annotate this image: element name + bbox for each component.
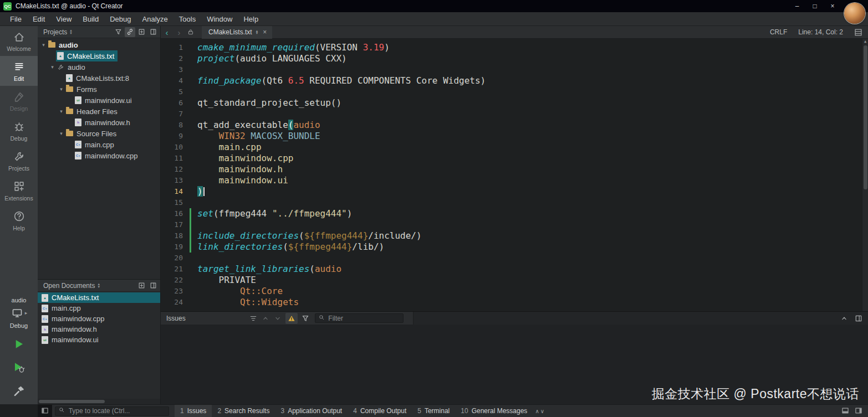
mode-projects[interactable]: Projects (0, 146, 38, 176)
expander-icon[interactable]: ▾ (58, 86, 65, 92)
mode-welcome[interactable]: Welcome (0, 26, 38, 56)
close-button[interactable]: × (825, 1, 840, 11)
projects-pane-selector[interactable]: Projects ▴▾ (41, 28, 74, 37)
mode-edit[interactable]: Edit (0, 56, 38, 86)
code-line-13[interactable]: 13 mainwindow.ui (161, 175, 868, 186)
code-line-23[interactable]: 23 Qt::Core (161, 286, 868, 297)
open-doc-cmakelists-txt[interactable]: ▲CMakeLists.txt (38, 292, 160, 303)
tree-item-source-files[interactable]: ▾Source Files (38, 128, 160, 139)
code-line-2[interactable]: 2project(audio LANGUAGES CXX) (161, 53, 868, 64)
go-back-button[interactable]: ‹ (161, 28, 173, 37)
vertical-scrollbar[interactable]: ▲ (862, 39, 868, 311)
kit-selector[interactable]: ▸ (11, 307, 28, 319)
code-line-16[interactable]: 16set(ffmpeg444 "../ffmpeg444") (161, 208, 868, 219)
split-output-button[interactable] (852, 313, 865, 324)
run-button[interactable] (11, 336, 27, 352)
tree-item-header-files[interactable]: ▾Header Files (38, 106, 160, 117)
close-document-icon[interactable]: × (262, 28, 268, 36)
code-line-7[interactable]: 7 (161, 109, 868, 120)
code-line-15[interactable]: 15 (161, 197, 868, 208)
expander-icon[interactable]: ▾ (58, 109, 65, 114)
tree-item-mainwindow-h[interactable]: hmainwindow.h (38, 117, 160, 128)
filter-issues-button[interactable] (299, 313, 312, 324)
tree-item-audio[interactable]: ▾audio (38, 39, 160, 50)
code-line-3[interactable]: 3 (161, 64, 868, 75)
minimize-button[interactable]: – (789, 1, 805, 11)
locator-box[interactable] (55, 406, 169, 416)
close-pane-button[interactable] (148, 27, 159, 37)
code-line-20[interactable]: 20 (161, 253, 868, 264)
build-button[interactable] (11, 382, 27, 399)
code-line-17[interactable]: 17 (161, 219, 868, 230)
menu-view[interactable]: View (50, 13, 77, 25)
mode-design[interactable]: Design (0, 86, 38, 116)
tree-item-cmakelists-txt[interactable]: ▲CMakeLists.txt (38, 50, 160, 61)
menu-window[interactable]: Window (201, 13, 238, 25)
output-button-compile-output[interactable]: 4Compile Output (348, 405, 412, 417)
next-issue-button[interactable] (272, 313, 284, 324)
expander-icon[interactable]: ▾ (40, 42, 47, 48)
maximize-output-button[interactable] (838, 313, 850, 324)
code-line-5[interactable]: 5 (161, 86, 868, 97)
sync-with-editor-button[interactable] (125, 27, 135, 37)
tree-item-cmakelists-txt-8[interactable]: ▲CMakeLists.txt:8 (38, 73, 160, 84)
toggle-sidebar-button[interactable] (38, 405, 52, 417)
code-line-8[interactable]: 8qt_add_executable(audio (161, 120, 868, 131)
open-doc-mainwindow-ui[interactable]: uimainwindow.ui (38, 334, 160, 345)
show-warnings-toggle[interactable] (285, 313, 298, 324)
scrollbar-thumb[interactable] (864, 45, 867, 189)
code-line-19[interactable]: 19link_directories(${ffmpeg444}/lib/) (161, 241, 868, 253)
code-line-22[interactable]: 22 PRIVATE (161, 275, 868, 286)
menu-help[interactable]: Help (238, 13, 264, 25)
code-line-14[interactable]: 14) (161, 186, 868, 197)
tree-item-audio[interactable]: ▾audio (38, 61, 160, 73)
menu-debug[interactable]: Debug (104, 13, 136, 25)
menu-build[interactable]: Build (77, 13, 104, 25)
issues-category-button[interactable] (247, 313, 259, 324)
menu-file[interactable]: File (4, 13, 27, 25)
horizontal-scrollbar[interactable] (38, 399, 160, 404)
split-pane-button[interactable] (136, 281, 147, 291)
code-line-18[interactable]: 18include_directories(${ffmpeg444}/inclu… (161, 230, 868, 241)
code-line-4[interactable]: 4find_package(Qt6 6.5 REQUIRED COMPONENT… (161, 75, 868, 86)
go-forward-button[interactable]: › (173, 28, 185, 37)
tree-item-mainwindow-cpp[interactable]: C+mainwindow.cpp (38, 150, 160, 161)
maximize-button[interactable]: □ (807, 1, 823, 11)
line-ending-indicator[interactable]: CRLF (770, 28, 787, 36)
expander-icon[interactable]: ▾ (58, 131, 65, 136)
code-editor[interactable]: 1cmake_minimum_required(VERSION 3.19)2pr… (161, 39, 868, 311)
code-line-21[interactable]: 21target_link_libraries(audio (161, 264, 868, 275)
mode-extensions[interactable]: Extensions (0, 176, 38, 205)
code-line-6[interactable]: 6qt_standard_project_setup() (161, 97, 868, 109)
scroll-up-icon[interactable]: ▲ (862, 39, 868, 45)
code-line-11[interactable]: 11 mainwindow.cpp (161, 153, 868, 164)
output-button-issues[interactable]: 1Issues (175, 405, 212, 417)
output-button-terminal[interactable]: 5Terminal (412, 405, 455, 417)
menu-analyze[interactable]: Analyze (137, 13, 173, 25)
output-button-search-results[interactable]: 2Search Results (212, 405, 275, 417)
mode-help[interactable]: Help (0, 205, 38, 235)
locator-input[interactable] (69, 407, 165, 415)
menu-edit[interactable]: Edit (27, 13, 50, 25)
code-line-9[interactable]: 9 WIN32 MACOSX_BUNDLE (161, 131, 868, 142)
open-doc-main-cpp[interactable]: C+main.cpp (38, 303, 160, 313)
split-pane-button[interactable] (136, 27, 147, 37)
output-button-application-output[interactable]: 3Application Output (275, 405, 348, 417)
code-line-1[interactable]: 1cmake_minimum_required(VERSION 3.19) (161, 42, 868, 53)
document-tab[interactable]: CMakeLists.txt ▴▾ × (202, 26, 272, 39)
updown-arrows-icon[interactable]: ▴▾ (256, 30, 258, 35)
code-line-12[interactable]: 12 mainwindow.h (161, 164, 868, 175)
tree-item-forms[interactable]: ▾Forms (38, 84, 160, 95)
issues-filter-box[interactable] (315, 313, 404, 323)
right-panel-icon[interactable] (855, 407, 862, 415)
open-documents-selector[interactable]: Open Documents ▴▾ (41, 281, 102, 290)
close-pane-button[interactable] (148, 281, 159, 291)
tree-item-main-cpp[interactable]: C+main.cpp (38, 139, 160, 150)
filter-tree-button[interactable] (113, 27, 124, 37)
bottom-panel-icon[interactable] (841, 407, 849, 415)
expander-icon[interactable]: ▾ (49, 64, 56, 70)
previous-issue-button[interactable] (259, 313, 272, 324)
code-line-24[interactable]: 24 Qt::Widgets (161, 297, 868, 308)
editor-menu-icon[interactable] (854, 28, 862, 37)
menu-tools[interactable]: Tools (173, 13, 201, 25)
